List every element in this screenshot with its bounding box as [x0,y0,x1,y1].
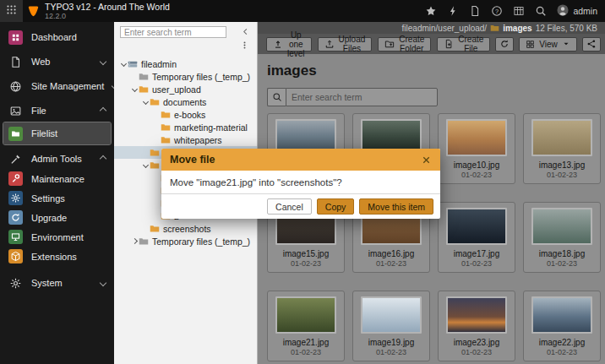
move-file-modal: Move file Move "image21.jpg" into "scree… [161,149,440,219]
modal-title: Move file [170,154,215,166]
folder-icon [139,84,149,95]
sidebar-item-file[interactable]: File [0,101,114,121]
sidebar-item-upgrade[interactable]: Upgrade [0,208,114,227]
folder-icon [161,122,171,133]
folder-icon [139,236,149,247]
sidebar-item-label: File [31,106,46,116]
tree-node-temporary-files-temp[interactable]: Temporary files (_temp_) [114,235,257,247]
sidebar-item-label: Environment [31,232,84,242]
chevron-up-icon [100,107,106,114]
site-info: TYPO3 v12 - Around The World 12.2.0 [45,3,170,20]
bolt-icon[interactable] [447,5,459,17]
avatar [557,4,569,18]
sidebar-item-extensions[interactable]: Extensions [0,247,114,266]
tree-toolbar [114,22,257,56]
move-button[interactable]: Move this item [359,198,433,215]
sidebar-item-label: Web [31,57,50,67]
site-title: TYPO3 v12 - Around The World [45,3,170,12]
tree-node-label: whitepapers [174,135,222,145]
svg-text:?: ? [495,8,499,15]
collapse-tree-icon[interactable] [241,27,250,36]
tree-node-label: e-books [174,110,205,120]
tree-node-whitepapers[interactable]: whitepapers [114,133,257,146]
sidebar-item-label: Site Management [31,81,104,91]
search-icon[interactable] [535,5,547,17]
cancel-button[interactable]: Cancel [267,198,312,215]
chevron-down-icon[interactable] [130,87,139,91]
folder-icon [161,135,171,145]
chevron-down-icon [100,280,106,286]
module-menu-toggle[interactable] [0,0,23,22]
user-menu[interactable]: admin [557,4,597,18]
copy-button[interactable]: Copy [317,198,355,215]
tree-node-user-upload[interactable]: user_upload [114,83,257,95]
tree-node-fileadmin[interactable]: fileadmin [114,57,257,70]
folder-icon [150,148,160,158]
sidebar-item-label: Upgrade [31,213,67,223]
chevron-right-icon[interactable] [130,239,139,243]
chevron-down-icon[interactable] [141,163,150,167]
gear-white-icon [8,191,23,205]
chevron-down-icon[interactable] [119,62,128,66]
sidebar-item-web[interactable]: Web [0,52,114,72]
tree-node-label: user_upload [152,84,201,95]
sidebar-item-label: System [31,278,63,288]
tree-search-input[interactable] [120,26,226,38]
folder-icon [139,72,149,82]
grid-icon[interactable] [513,5,525,17]
top-bar: TYPO3 v12 - Around The World 12.2.0 ? ad… [0,0,605,22]
sidebar-item-label: Filelist [31,128,57,139]
tree-node-e-books[interactable]: e-books [114,108,257,121]
sidebar-item-label: Dashboard [31,32,77,42]
image-file-icon [8,104,23,118]
tree-node-label: Temporary files (_temp_) [152,72,250,82]
monitor-icon [8,230,23,244]
tree-node-label: marketing-material [174,122,248,133]
folder-icon [161,110,171,120]
modal-footer: Cancel Copy Move this item [161,193,440,219]
tree-node-marketing-material[interactable]: marketing-material [114,121,257,133]
dashboard-icon [8,30,23,45]
sidebar-item-label: Settings [31,193,65,204]
modal-body: Move "image21.jpg" into "screenshots"? [161,171,440,193]
sidebar-item-settings[interactable]: Settings [0,188,114,208]
modal-message: Move "image21.jpg" into "screenshots"? [170,177,342,187]
tree-node-documents[interactable]: documents [114,95,257,108]
help-icon[interactable]: ? [491,5,503,17]
sidebar-item-filelist[interactable]: Filelist [3,122,111,144]
cube-icon [8,249,23,263]
tree-node-screenshots[interactable]: screenshots [114,222,257,235]
sidebar-item-environment[interactable]: Environment [0,227,114,247]
sidebar-item-maintenance[interactable]: Maintenance [0,169,114,188]
star-icon[interactable] [425,5,437,17]
tree-node-label: documents [163,97,206,107]
folder-icon [150,97,160,107]
folder-icon [150,224,160,234]
typo3-version: 12.2.0 [45,12,170,20]
topbar-tools: ? admin [425,4,605,18]
document-icon[interactable] [469,5,481,17]
tree-node-temporary-files-temp[interactable]: Temporary files (_temp_) [114,70,257,83]
sidebar-item-system[interactable]: System [0,273,114,293]
tree-node-label: fileadmin [141,59,177,69]
folder-icon [150,160,160,171]
chevron-up-icon [100,155,106,162]
typo3-backend-window: TYPO3 v12 - Around The World 12.2.0 ? ad… [0,0,605,364]
module-menu: DashboardWebSite ManagementFileFilelistA… [0,22,114,364]
sidebar-item-admin-tools[interactable]: Admin Tools [0,149,114,169]
refresh-white-icon [8,210,23,225]
tree-options-kebab-icon[interactable] [240,41,249,50]
sidebar-item-site-management[interactable]: Site Management [0,76,114,96]
wrench-icon [8,171,23,186]
gear-icon [8,276,23,291]
globe-icon [8,79,23,94]
filelist-icon [8,127,23,141]
sidebar-item-label: Maintenance [31,174,84,184]
chevron-down-icon [100,58,106,65]
chevron-down-icon[interactable] [141,100,150,104]
sidebar-item-dashboard[interactable]: Dashboard [0,27,114,47]
sidebar-item-label: Admin Tools [31,154,82,164]
close-icon[interactable] [421,155,432,166]
tree-node-label: Temporary files (_temp_) [152,236,250,247]
typo3-logo-icon [27,5,40,18]
